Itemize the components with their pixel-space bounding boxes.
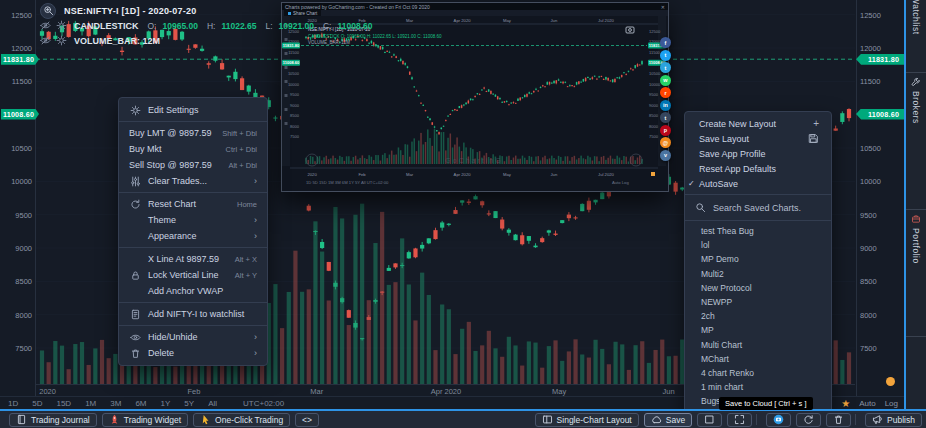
menu-shortcut: Alt + Dbl (228, 161, 257, 170)
menu-item-label: Add NIFTY-I to watchlist (148, 309, 257, 319)
svg-text:Jun: Jun (551, 18, 558, 23)
facebook-share-icon[interactable]: f (660, 37, 671, 48)
timezone-label[interactable]: UTC+02:00 (243, 399, 284, 408)
menu-separator (119, 121, 267, 122)
saved-chart-item[interactable]: Multi2 (685, 267, 831, 281)
timeframe-all[interactable]: All (208, 399, 217, 408)
saved-chart-item[interactable]: NEWPP (685, 295, 831, 309)
saved-chart-item[interactable]: 1 min chart (685, 380, 831, 394)
telegram-share-icon[interactable]: t (660, 62, 671, 73)
submenu-arrow-icon: › (254, 176, 257, 186)
scale-log-toggle[interactable]: Log (885, 399, 898, 408)
sidebar-tab-watchlist[interactable]: Watchlist (911, 0, 921, 72)
favorite-star-icon[interactable]: ★ (841, 399, 850, 409)
expand-button[interactable] (727, 413, 752, 427)
sidebar-tab-portfolio[interactable]: Portfolio (911, 210, 921, 336)
menu-item-reset-chart[interactable]: Reset ChartHome (119, 196, 267, 212)
svg-text:Mar: Mar (406, 172, 414, 177)
menu-item-x-line-at-9897-59[interactable]: X Line At 9897.59Alt + X (119, 251, 267, 267)
reddit-share-icon[interactable]: r (660, 87, 671, 98)
layout-menu-item-autosave[interactable]: ✓AutoSave (685, 176, 831, 191)
menu-item-buy-lmt-9897-59[interactable]: Buy LMT @ 9897.59Shift + Dbl (119, 125, 267, 141)
square-button[interactable] (697, 413, 722, 427)
vk-share-icon[interactable]: v (660, 150, 671, 161)
saved-chart-item[interactable]: 2ch (685, 309, 831, 323)
gear-icon (129, 105, 142, 116)
menu-item-clear-trades[interactable]: Clear Trades...› (119, 173, 267, 189)
one-click-trading-button[interactable]: One-Click Trading (193, 413, 290, 427)
layout-menu-item-reset-app-defaults[interactable]: Reset App Defaults (685, 161, 831, 176)
price-tick: 8500 (860, 277, 900, 286)
svg-text:Feb: Feb (358, 172, 366, 177)
trading-journal-button[interactable]: Trading Journal (9, 413, 97, 427)
zoom-out-icon[interactable] (40, 3, 56, 19)
volume-settings-icon[interactable] (56, 35, 67, 46)
menu-separator (685, 220, 831, 221)
refresh-button[interactable] (796, 413, 821, 427)
sidebar-tab-brokers[interactable]: Brokers (911, 73, 921, 209)
timeframe-3m[interactable]: 3M (110, 399, 121, 408)
study-settings-icon[interactable] (56, 20, 67, 31)
svg-text:Jul 2020: Jul 2020 (598, 18, 615, 23)
hide-volume-icon[interactable] (40, 35, 51, 46)
saved-chart-item[interactable]: MP Demo (685, 252, 831, 266)
saved-chart-item[interactable]: MChart (685, 352, 831, 366)
publish-button[interactable]: Publish (865, 413, 922, 427)
menu-item-edit-settings[interactable]: Edit Settings (119, 102, 267, 118)
cloud-icon (651, 414, 662, 425)
layout-menu-item-save-layout[interactable]: Save Layout (685, 131, 831, 146)
footer-button-label: One-Click Trading (215, 415, 283, 425)
scale-auto-toggle[interactable]: Auto (859, 399, 875, 408)
footer-button-label: <> (302, 415, 312, 425)
timeframe-5y[interactable]: 5Y (184, 399, 194, 408)
saved-chart-item[interactable]: New Protocol (685, 281, 831, 295)
hide-study-icon[interactable] (40, 20, 51, 31)
whatsapp-share-icon[interactable]: w (660, 75, 671, 86)
linkedin-share-icon[interactable]: in (660, 100, 671, 111)
code-button[interactable]: <> (295, 413, 319, 427)
saved-charts-search[interactable]: Search Saved Charts. (685, 198, 831, 217)
layout-item-label: AutoSave (699, 179, 738, 189)
saved-chart-item[interactable]: test Thea Bug (685, 224, 831, 238)
twitter-share-icon[interactable]: t (660, 50, 671, 61)
sidebar-tab-label: Brokers (911, 91, 921, 124)
single-chart-layout-button[interactable]: Single-Chart Layout (535, 413, 639, 427)
timeframe-5d[interactable]: 5D (32, 399, 42, 408)
price-tick: 10000 (2, 177, 32, 186)
menu-item-label: Reset Chart (148, 199, 231, 209)
saved-chart-item[interactable]: lol (685, 238, 831, 252)
menu-item-add-nifty-i-to-watchlist[interactable]: Add NIFTY-I to watchlist (119, 306, 267, 322)
price-tick: 12500 (860, 11, 900, 20)
menu-item-buy-mkt[interactable]: Buy MktCtrl + Dbl (119, 141, 267, 157)
timeframe-1m[interactable]: 1M (85, 399, 96, 408)
save-button[interactable]: Save (644, 413, 692, 427)
saved-chart-item[interactable]: Multi Chart (685, 338, 831, 352)
tumblr-share-icon[interactable]: t (660, 112, 671, 123)
menu-item-label: Edit Settings (148, 105, 257, 115)
pinterest-share-icon[interactable]: p (660, 125, 671, 136)
saved-chart-item[interactable]: 4 chart Renko (685, 366, 831, 380)
menu-item-theme[interactable]: Theme› (119, 212, 267, 228)
timeframe-6m[interactable]: 6M (135, 399, 146, 408)
layout-menu-item-save-app-profile[interactable]: Save App Profile (685, 146, 831, 161)
menu-item-lock-vertical-line[interactable]: Lock Vertical LineAlt + Y (119, 267, 267, 283)
menu-item-hide-unhide[interactable]: Hide/Unhide› (119, 329, 267, 345)
menu-shortcut: Alt + Y (235, 271, 257, 280)
close-icon[interactable]: ✕ (661, 4, 665, 10)
trash-button[interactable] (826, 413, 851, 427)
feed-share-icon[interactable]: @ (660, 137, 671, 148)
menu-item-label: Sell Stop @ 9897.59 (129, 160, 222, 170)
notification-dot (886, 377, 895, 386)
menu-item-delete[interactable]: Delete› (119, 345, 267, 361)
high-value: 11022.65 (221, 21, 256, 31)
timeframe-15d[interactable]: 15D (56, 399, 71, 408)
menu-item-sell-stop-9897-59[interactable]: Sell Stop @ 9897.59Alt + Dbl (119, 157, 267, 173)
camera-button[interactable] (766, 413, 791, 427)
layout-menu-item-create-new-layout[interactable]: Create New Layout+ (685, 116, 831, 131)
menu-item-appearance[interactable]: Appearance› (119, 228, 267, 244)
saved-chart-item[interactable]: MP (685, 323, 831, 337)
timeframe-1y[interactable]: 1Y (161, 399, 171, 408)
timeframe-1d[interactable]: 1D (8, 399, 18, 408)
menu-item-add-anchor-vwap[interactable]: Add Anchor VWAP (119, 283, 267, 299)
trading-widget-button[interactable]: Trading Widget (102, 413, 188, 427)
